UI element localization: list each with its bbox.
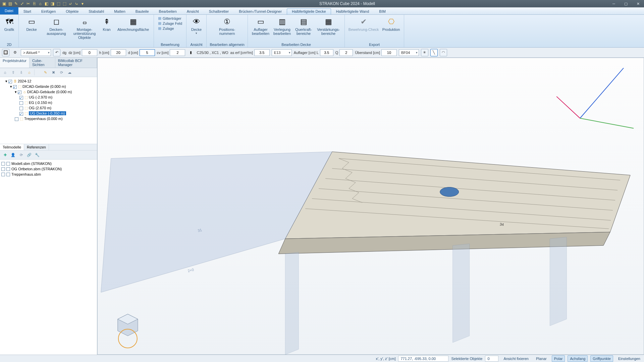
tab-halbfertigteile-decke[interactable]: Halbfertigteile Decke (287, 8, 331, 14)
model-item[interactable]: Modell.sbm (STRAKON) (11, 161, 52, 166)
btn-positionsnummern[interactable]: ①Positions- nummern (209, 15, 246, 42)
btn-ansicht-fixieren[interactable]: Ansicht fixieren (501, 355, 531, 362)
btn-planar[interactable]: Planar (534, 355, 549, 362)
qat-icon[interactable]: ⬚ (56, 1, 61, 6)
tree-gebaeude[interactable]: DICAD-Gebäude (0.000 m) (27, 90, 72, 94)
btn-montage[interactable]: ⏛Montage- unterstützung Objekte (70, 15, 99, 42)
tab-bim[interactable]: BIM (374, 8, 391, 14)
tab-halbfertigteile-wand[interactable]: Halbfertigteile Wand (331, 8, 374, 14)
extra-icon[interactable]: ✳ (421, 49, 428, 56)
btn-gittertraeger[interactable]: Gitterträger (158, 16, 182, 20)
qat-icon[interactable]: ⌂ (38, 1, 43, 6)
ueberstand-input[interactable] (381, 49, 397, 56)
tab-matten[interactable]: Matten (109, 8, 130, 14)
btn-grafik[interactable]: 🗺Grafik (2, 15, 16, 42)
q-input[interactable] (339, 49, 353, 56)
aserf-input[interactable] (254, 49, 270, 56)
gear-icon[interactable]: ⚙ (11, 49, 19, 56)
btn-deckenaussparung[interactable]: ◻Decken- aussparung (42, 15, 70, 42)
up-icon[interactable]: ⇧ (10, 69, 16, 75)
tab-referenzen[interactable]: Referenzen (24, 144, 49, 150)
link-icon[interactable]: 🔗 (26, 152, 32, 158)
tab-bauteile[interactable]: Bauteile (130, 8, 154, 14)
btn-decke[interactable]: ▭Decke (21, 15, 42, 42)
d-input[interactable] (140, 49, 155, 56)
person-add-icon[interactable]: 👤 (10, 152, 16, 158)
3d-viewport[interactable]: 34 31 2+0 (97, 58, 644, 355)
add-icon[interactable]: ✚ (2, 152, 8, 158)
project-tree[interactable]: ▾ 🗓2024-12 ▾ ⬚DICAD-Gelände (0.000 m) ▾ … (0, 77, 97, 144)
down-icon[interactable]: ⇩ (18, 69, 24, 75)
home2-icon[interactable]: ⌂ (26, 69, 32, 75)
btn-bewehrung-check[interactable]: ✔Bewehrung-Check (347, 15, 380, 42)
qat-icon[interactable]: ✂ (25, 1, 31, 6)
minimize-button[interactable]: ─ (608, 0, 620, 7)
btn-kran[interactable]: ⇞Kran (99, 15, 115, 42)
filter-toggle-icon[interactable]: 🔲 (2, 49, 9, 56)
btn-einstellungen[interactable]: Einstellungen (616, 355, 643, 362)
h-input[interactable] (111, 49, 126, 56)
dz-input[interactable] (82, 49, 97, 56)
btn-ansicht-decke[interactable]: 👁Decke▾ (189, 15, 204, 42)
auflager-l-input[interactable] (320, 49, 333, 56)
btn-polar[interactable]: Polar (552, 355, 565, 362)
refresh-icon[interactable]: ⟳ (58, 69, 64, 75)
btn-verlegung-bearbeiten[interactable]: ▥Verlegung bearbeiten (271, 15, 293, 42)
btn-auflager-bearbeiten[interactable]: ▭Auflager bearbeiten (250, 15, 271, 42)
tab-cube-sichten[interactable]: Cube-Sichten (30, 58, 55, 68)
tab-bcf-manager[interactable]: BIMcollab BCF Manager (55, 58, 97, 68)
maximize-button[interactable]: ▢ (620, 0, 632, 7)
file-menu[interactable]: Datei (0, 7, 18, 14)
cloud-icon[interactable]: ☁ (66, 69, 72, 75)
line-mode-icon[interactable]: ╲ (430, 49, 438, 56)
qat-icon[interactable]: ▤ (7, 1, 13, 6)
tree-gelaende[interactable]: DICAD-Gelände (0.000 m) (22, 84, 66, 88)
btn-zulage-feld[interactable]: Zulage Feld (158, 21, 182, 25)
refresh2-icon[interactable]: ⟳ (18, 152, 24, 158)
home-icon[interactable]: ⌂ (2, 69, 8, 75)
qat-icon[interactable]: ▣ (1, 1, 7, 6)
cv-input[interactable] (170, 49, 185, 56)
tree-ug[interactable]: UG (-2.970 m) (29, 95, 52, 99)
model-item[interactable]: OG Ortbeton.sbm (STRAKON) (11, 166, 62, 172)
delete-icon[interactable]: ✖ (50, 69, 56, 75)
arc-mode-icon[interactable]: ◠ (440, 49, 447, 56)
bf-combo[interactable]: BF04 (399, 49, 419, 56)
rebar-combo[interactable]: E13 (272, 49, 292, 56)
model-item[interactable]: Treppenhaus.sbm (11, 172, 41, 177)
qat-icon[interactable]: ⤢ (19, 1, 25, 6)
qat-icon[interactable]: ◨ (50, 1, 55, 6)
tab-objekte[interactable]: Objekte (61, 8, 84, 14)
tab-start[interactable]: Start (18, 8, 36, 14)
btn-achsfang[interactable]: Achsfang (568, 355, 588, 362)
close-button[interactable]: ✕ (632, 0, 644, 7)
aktuell-combo[interactable]: > Aktuell * (21, 49, 51, 56)
tree-root[interactable]: 2024-12 (18, 79, 31, 83)
qat-icon[interactable]: ✎ (13, 1, 19, 6)
qat-icon[interactable]: ⎘ (32, 1, 37, 6)
tree-treppe[interactable]: Treppenhaus (0.000 m) (24, 117, 63, 121)
tab-ansicht[interactable]: Ansicht (182, 8, 204, 14)
tab-projektstruktur[interactable]: Projektstruktur (0, 58, 30, 68)
tree-og[interactable]: OG (2.670 m) (29, 106, 51, 110)
tab-schalbretter[interactable]: Schalbretter (204, 8, 234, 14)
btn-produktion[interactable]: ⎔Produktion (380, 15, 402, 42)
edit-icon[interactable]: ✎ (42, 69, 48, 75)
tree-ugdecke[interactable]: UG Decke (-0.350 m) (29, 111, 66, 115)
btn-verstaerkungsbereiche[interactable]: ▦Verstärkungs- bereiche (314, 15, 342, 42)
concrete-icon[interactable]: ▮ (187, 49, 195, 56)
tab-stabstahl[interactable]: Stabstahl (84, 8, 109, 14)
tool-icon[interactable]: 🔧 (34, 152, 40, 158)
undo-icon[interactable]: ↶ (53, 49, 60, 56)
tab-teilmodelle[interactable]: Teilmodelle (0, 144, 24, 150)
btn-querkraftbereiche[interactable]: ▤Querkraft- bereiche (293, 15, 314, 42)
tab-einfuegen[interactable]: Einfügen (36, 8, 61, 14)
btn-griffpunkte[interactable]: Griffpunkte (590, 355, 613, 362)
tree-eg[interactable]: EG (-0.150 m) (29, 101, 52, 105)
tab-bruecken[interactable]: Brücken-/Tunnel-Designer (234, 8, 287, 14)
tab-bearbeiten[interactable]: Bearbeiten (154, 8, 182, 14)
qat-icon[interactable]: ⤾ (68, 1, 73, 6)
qat-icon[interactable]: ⤿ (74, 1, 79, 6)
qat-icon[interactable]: ▾ (80, 1, 85, 6)
qat-icon[interactable]: ⬚ (62, 1, 67, 6)
